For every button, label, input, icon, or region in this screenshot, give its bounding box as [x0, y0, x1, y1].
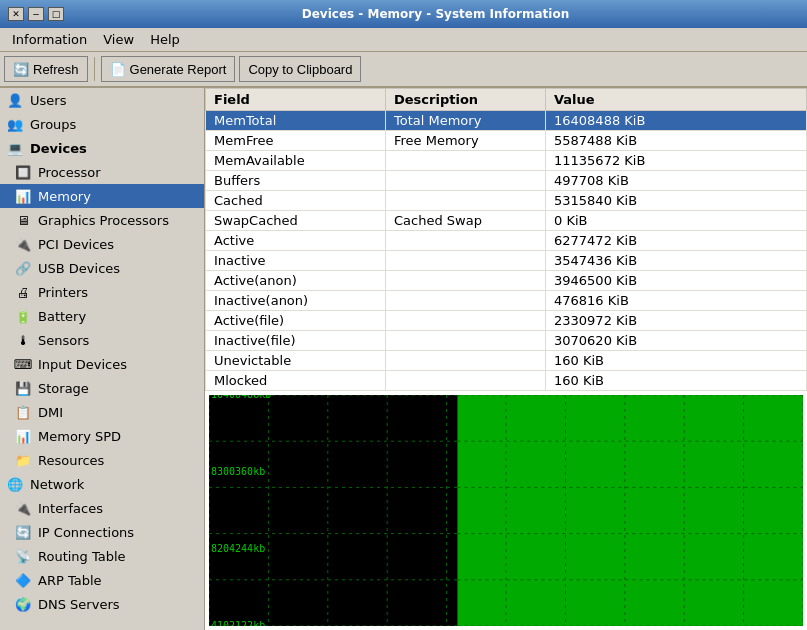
- cell-field: SwapCached: [206, 211, 386, 231]
- groups-icon: 👥: [4, 113, 26, 135]
- sidebar-item-memory[interactable]: 📊Memory: [0, 184, 204, 208]
- sidebar-item-dns[interactable]: 🌍DNS Servers: [0, 592, 204, 616]
- table-row[interactable]: Inactive(anon)476816 KiB: [206, 291, 807, 311]
- memory-icon: 📊: [12, 185, 34, 207]
- table-row[interactable]: MemAvailable11135672 KiB: [206, 151, 807, 171]
- cell-description: [386, 151, 546, 171]
- cell-value: 497708 KiB: [546, 171, 807, 191]
- copy-clipboard-button[interactable]: Copy to Clipboard: [239, 56, 361, 82]
- report-icon: 📄: [110, 62, 126, 77]
- main-layout: 👤Users👥Groups💻Devices🔲Processor📊Memory🖥G…: [0, 88, 807, 630]
- memory-table: Field Description Value MemTotalTotal Me…: [205, 88, 807, 391]
- table-row[interactable]: Mlocked160 KiB: [206, 371, 807, 391]
- sidebar-item-processor[interactable]: 🔲Processor: [0, 160, 204, 184]
- cell-description: [386, 291, 546, 311]
- sidebar-item-dmi[interactable]: 📋DMI: [0, 400, 204, 424]
- cell-description: [386, 331, 546, 351]
- sidebar-label-routing: Routing Table: [38, 549, 126, 564]
- sidebar-label-dns: DNS Servers: [38, 597, 120, 612]
- sidebar-item-ipconn[interactable]: 🔄IP Connections: [0, 520, 204, 544]
- storage-icon: 💾: [12, 377, 34, 399]
- refresh-button[interactable]: 🔄 Refresh: [4, 56, 88, 82]
- titlebar: ✕ − □ Devices - Memory - System Informat…: [0, 0, 807, 28]
- sidebar-label-arp: ARP Table: [38, 573, 102, 588]
- users-icon: 👤: [4, 89, 26, 111]
- ipconn-icon: 🔄: [12, 521, 34, 543]
- sidebar-item-printers[interactable]: 🖨Printers: [0, 280, 204, 304]
- cell-field: MemFree: [206, 131, 386, 151]
- cell-value: 6277472 KiB: [546, 231, 807, 251]
- cell-value: 11135672 KiB: [546, 151, 807, 171]
- sidebar-label-interfaces: Interfaces: [38, 501, 103, 516]
- cell-field: Unevictable: [206, 351, 386, 371]
- menu-view[interactable]: View: [95, 30, 142, 49]
- sidebar-item-storage[interactable]: 💾Storage: [0, 376, 204, 400]
- sidebar-label-devices: Devices: [30, 141, 87, 156]
- sidebar-item-gpu[interactable]: 🖥Graphics Processors: [0, 208, 204, 232]
- sidebar-item-arp[interactable]: 🔷ARP Table: [0, 568, 204, 592]
- dns-icon: 🌍: [12, 593, 34, 615]
- sidebar-label-groups: Groups: [30, 117, 76, 132]
- sidebar-item-sensors[interactable]: 🌡Sensors: [0, 328, 204, 352]
- sidebar-item-groups[interactable]: 👥Groups: [0, 112, 204, 136]
- table-row[interactable]: Buffers497708 KiB: [206, 171, 807, 191]
- col-value: Value: [546, 89, 807, 111]
- sidebar-item-routing[interactable]: 📡Routing Table: [0, 544, 204, 568]
- cell-value: 3547436 KiB: [546, 251, 807, 271]
- table-row[interactable]: Active6277472 KiB: [206, 231, 807, 251]
- table-row[interactable]: MemTotalTotal Memory16408488 KiB: [206, 111, 807, 131]
- cell-field: Active(file): [206, 311, 386, 331]
- devices-icon: 💻: [4, 137, 26, 159]
- close-button[interactable]: ✕: [8, 7, 24, 21]
- sensors-icon: 🌡: [12, 329, 34, 351]
- table-row[interactable]: Active(anon)3946500 KiB: [206, 271, 807, 291]
- memory-chart: 16408488kb8300360kb8204244kb4102122kb: [209, 395, 803, 626]
- sidebar-label-usb: USB Devices: [38, 261, 120, 276]
- cell-field: Inactive(anon): [206, 291, 386, 311]
- sidebar-item-devices[interactable]: 💻Devices: [0, 136, 204, 160]
- sidebar-label-storage: Storage: [38, 381, 89, 396]
- sidebar-item-usb[interactable]: 🔗USB Devices: [0, 256, 204, 280]
- col-description: Description: [386, 89, 546, 111]
- table-row[interactable]: Inactive(file)3070620 KiB: [206, 331, 807, 351]
- maximize-button[interactable]: □: [48, 7, 64, 21]
- cell-value: 16408488 KiB: [546, 111, 807, 131]
- table-row[interactable]: Cached5315840 KiB: [206, 191, 807, 211]
- menu-help[interactable]: Help: [142, 30, 188, 49]
- table-row[interactable]: Inactive3547436 KiB: [206, 251, 807, 271]
- table-row[interactable]: SwapCachedCached Swap0 KiB: [206, 211, 807, 231]
- sidebar-item-input[interactable]: ⌨Input Devices: [0, 352, 204, 376]
- cell-value: 2330972 KiB: [546, 311, 807, 331]
- sidebar-item-interfaces[interactable]: 🔌Interfaces: [0, 496, 204, 520]
- table-scroll[interactable]: Field Description Value MemTotalTotal Me…: [205, 88, 807, 391]
- cell-description: [386, 311, 546, 331]
- sidebar-item-memspd[interactable]: 📊Memory SPD: [0, 424, 204, 448]
- processor-icon: 🔲: [12, 161, 34, 183]
- cell-field: Inactive: [206, 251, 386, 271]
- minimize-button[interactable]: −: [28, 7, 44, 21]
- cell-field: Cached: [206, 191, 386, 211]
- menu-information[interactable]: Information: [4, 30, 95, 49]
- table-row[interactable]: Active(file)2330972 KiB: [206, 311, 807, 331]
- cell-field: MemTotal: [206, 111, 386, 131]
- cell-field: Active: [206, 231, 386, 251]
- sidebar-label-dmi: DMI: [38, 405, 63, 420]
- routing-icon: 📡: [12, 545, 34, 567]
- sidebar-label-printers: Printers: [38, 285, 88, 300]
- generate-report-button[interactable]: 📄 Generate Report: [101, 56, 236, 82]
- sidebar-item-network[interactable]: 🌐Network: [0, 472, 204, 496]
- sidebar-item-resources[interactable]: 📁Resources: [0, 448, 204, 472]
- cell-value: 160 KiB: [546, 371, 807, 391]
- sidebar-label-resources: Resources: [38, 453, 104, 468]
- cell-value: 5315840 KiB: [546, 191, 807, 211]
- cell-description: [386, 351, 546, 371]
- sidebar-item-battery[interactable]: 🔋Battery: [0, 304, 204, 328]
- sidebar-item-pci[interactable]: 🔌PCI Devices: [0, 232, 204, 256]
- table-row[interactable]: Unevictable160 KiB: [206, 351, 807, 371]
- table-row[interactable]: MemFreeFree Memory5587488 KiB: [206, 131, 807, 151]
- sidebar-item-users[interactable]: 👤Users: [0, 88, 204, 112]
- sidebar-label-gpu: Graphics Processors: [38, 213, 169, 228]
- sidebar-label-sensors: Sensors: [38, 333, 89, 348]
- titlebar-buttons[interactable]: ✕ − □: [8, 7, 64, 21]
- cell-description: [386, 271, 546, 291]
